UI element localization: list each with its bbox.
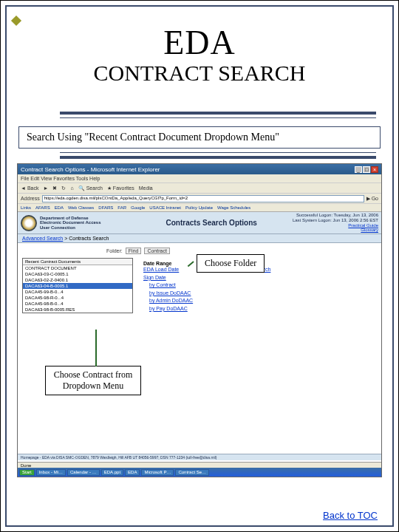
back-button[interactable]: ◄ Back	[21, 185, 39, 191]
window-titlebar: Contract Search Options - Microsoft Inte…	[18, 164, 381, 174]
by-pay-dodaac-link[interactable]: by Pay DoDAAC	[149, 305, 193, 313]
eda-load-date-link[interactable]: EDA Load Date	[143, 266, 193, 274]
login-info: Successful Logon: Tuesday, Jun 13, 2006 …	[293, 213, 378, 232]
title-line2: CONTRACT SEARCH	[1, 61, 398, 86]
dropdown-item[interactable]: DACA63-03-C-0005.1	[23, 271, 132, 277]
home-icon[interactable]: ⌂	[70, 185, 73, 191]
go-button[interactable]: ▶ Go	[366, 196, 378, 202]
dropdown-item[interactable]: DACA63-02-Z-0400.1	[23, 277, 132, 283]
taskbar-item[interactable]: Microsoft P…	[141, 469, 174, 476]
link-afars[interactable]: AFARS	[35, 205, 50, 210]
back-to-toc-link[interactable]: Back to TOC	[323, 510, 378, 521]
link-webclasses[interactable]: Web Classes	[68, 205, 94, 210]
dod-seal-icon	[21, 215, 37, 231]
link-policy[interactable]: Policy Update	[185, 205, 213, 210]
subtitle-text: Search Using "Recent Contract Document D…	[27, 132, 279, 143]
browser-screenshot: Contract Search Options - Microsoft Inte…	[17, 163, 382, 477]
dropdown-item[interactable]: DACA45-99-B-0...4	[23, 289, 132, 295]
link-wage[interactable]: Wage Schedules	[217, 205, 250, 210]
link-usace[interactable]: USACE Intranet	[149, 205, 181, 210]
taskbar-item[interactable]: Contract Se…	[175, 469, 209, 476]
eda-org-text: Department of Defense Electronic Documen…	[40, 216, 100, 231]
callout-arrow	[95, 330, 97, 366]
forward-button[interactable]: ►	[44, 185, 49, 191]
title-line1: EDA	[1, 23, 398, 62]
find-button[interactable]: Find	[126, 248, 142, 254]
subtitle-box: Search Using "Recent Contract Document D…	[18, 126, 381, 149]
callout-choose-contract: Choose Contract from Dropdown Menu	[45, 366, 141, 395]
favorites-button[interactable]: ★ Favorites	[107, 185, 134, 191]
search-button[interactable]: 🔍 Search	[78, 185, 103, 191]
contract-button[interactable]: Contract	[144, 248, 169, 254]
taskbar-item[interactable]: Inbox - Mi…	[36, 469, 66, 476]
window-buttons: _ □ ×	[355, 166, 378, 173]
recent-contract-dropdown[interactable]: Recent Contract Documents CONTRACT DOCUM…	[22, 258, 133, 313]
date-range-col: Date Range EDA Load Date Sign Date by Co…	[143, 261, 193, 313]
taskbar: Start Inbox - Mi… Calendar - … EDA.ppt E…	[18, 468, 381, 477]
maximize-icon[interactable]: □	[363, 166, 370, 173]
breadcrumb-current: Contracts Search	[69, 236, 109, 241]
sign-date-link[interactable]: Sign Date	[143, 274, 193, 282]
glossary-link[interactable]: Glossary	[361, 228, 378, 232]
dropdown-item[interactable]: DACA63-98-B-0005.RES	[23, 307, 132, 313]
link-eda[interactable]: EDA	[55, 205, 64, 210]
close-icon[interactable]: ×	[371, 166, 378, 173]
start-button[interactable]: Start	[19, 469, 35, 476]
callout-choose-folder: Choose Folder	[197, 254, 265, 273]
link-google[interactable]: Google	[131, 205, 145, 210]
title-block: EDA CONTRACT SEARCH	[1, 23, 398, 86]
dropdown-item-selected[interactable]: DACA63-04-B-0005.1	[23, 283, 132, 289]
divider-top	[60, 112, 376, 118]
links-toolbar: Links AFARS EDA Web Classes DFARS FAR Go…	[18, 204, 381, 212]
taskbar-item[interactable]: EDA.ppt	[101, 469, 123, 476]
window-title: Contract Search Options - Microsoft Inte…	[21, 166, 160, 173]
browser-menubar[interactable]: File Edit View Favorites Tools Help	[18, 174, 381, 183]
by-admin-dodaac-link[interactable]: by Admin DoDAAC	[149, 297, 193, 305]
folder-row: Folder: Find Contract	[106, 248, 170, 254]
taskbar-item[interactable]: EDA	[125, 469, 140, 476]
folder-label: Folder:	[106, 248, 123, 253]
date-range-header: Date Range	[143, 261, 193, 266]
address-label: Address	[21, 196, 40, 201]
breadcrumb: Advanced Search > Contracts Search	[18, 234, 381, 243]
by-issue-dodaac-link[interactable]: by Issue DoDAAC	[149, 290, 193, 298]
dropdown-header: Recent Contract Documents	[23, 259, 132, 265]
eda-page-header: Department of Defense Electronic Documen…	[18, 212, 381, 234]
breadcrumb-advanced[interactable]: Advanced Search	[22, 236, 63, 241]
page-title: Contracts Search Options	[166, 219, 257, 227]
address-input[interactable]: https://eda.ogden.disa.mil/plsCOntDa_App…	[42, 195, 364, 202]
media-button[interactable]: Media	[139, 185, 153, 191]
taskbar-item[interactable]: Calendar - …	[67, 469, 100, 476]
link-dfars[interactable]: DFARS	[98, 205, 113, 210]
address-toolbar: Address https://eda.ogden.disa.mil/plsCO…	[18, 194, 381, 204]
dropdown-item[interactable]: CONTRACT DOCUMENT	[23, 265, 132, 271]
practical-guide-link[interactable]: Practical Guide	[348, 223, 378, 228]
dropdown-item[interactable]: DACA45-98-B-0...4	[23, 301, 132, 307]
dropdown-item[interactable]: DACA45-98-R-0...4	[23, 295, 132, 301]
links-label: Links	[21, 205, 31, 210]
divider-bottom	[60, 152, 376, 159]
refresh-icon[interactable]: ↻	[61, 185, 66, 191]
eda-footer: Homepage - EDA via DISA SMC-OGDEN, 7879 …	[18, 454, 381, 460]
stop-icon[interactable]: ✖	[52, 185, 57, 191]
browser-toolbar: ◄ Back ► ✖ ↻ ⌂ 🔍 Search ★ Favorites Medi…	[18, 183, 381, 194]
minimize-icon[interactable]: _	[355, 166, 362, 173]
by-contract-link[interactable]: by Contract	[149, 282, 193, 290]
link-far[interactable]: FAR	[117, 205, 126, 210]
